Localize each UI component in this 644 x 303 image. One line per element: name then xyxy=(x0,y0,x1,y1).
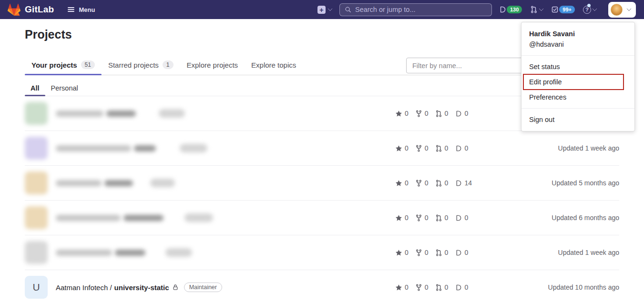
menu-button[interactable]: Menu xyxy=(67,6,95,13)
fork-count: 0 xyxy=(415,249,429,256)
redacted-badge-blob xyxy=(184,213,213,222)
redacted-text-blob xyxy=(115,250,145,256)
menu-item-edit-profile[interactable]: Edit profile xyxy=(521,74,634,90)
merge-request-count: 0 xyxy=(435,283,449,291)
tab-your-projects[interactable]: Your projects 51 xyxy=(25,54,102,75)
issues-icon xyxy=(455,249,462,256)
stat-value: 0 xyxy=(405,110,409,117)
merge-request-icon xyxy=(530,6,538,13)
stat-value: 0 xyxy=(445,110,449,117)
merge-requests-button[interactable] xyxy=(529,4,544,15)
project-name: university-static xyxy=(114,283,169,292)
menu-item-set-status[interactable]: Set status xyxy=(521,59,634,74)
stat-value: 0 xyxy=(464,214,468,222)
merge-request-count: 0 xyxy=(435,214,449,222)
redacted-badge-blob xyxy=(159,109,185,118)
stat-value: 0 xyxy=(425,179,429,187)
search-input[interactable] xyxy=(355,6,487,13)
merge-request-count: 0 xyxy=(435,249,449,256)
redacted-text-blob xyxy=(106,111,136,117)
merge-request-count: 0 xyxy=(435,144,449,152)
fork-icon xyxy=(415,110,422,117)
stat-value: 0 xyxy=(464,249,468,256)
user-avatar-button[interactable] xyxy=(608,2,636,18)
merge-request-count: 0 xyxy=(435,110,449,117)
star-icon xyxy=(395,214,402,222)
redacted-text-blob xyxy=(56,250,112,256)
search-icon xyxy=(345,6,351,13)
project-avatar xyxy=(25,206,48,229)
chevron-down-icon xyxy=(539,7,544,11)
stat-value: 0 xyxy=(425,214,429,222)
top-navbar: GitLab Menu 130 99+ xyxy=(0,0,644,19)
dropdown-divider xyxy=(521,108,634,109)
stat-value: 0 xyxy=(425,249,429,256)
redacted-badge-blob xyxy=(165,248,192,257)
user-avatar xyxy=(611,4,623,16)
redacted-text-blob xyxy=(134,145,156,152)
menu-item-preferences[interactable]: Preferences xyxy=(521,90,634,105)
project-row[interactable]: 0 0 0 0 Updated 1 week ago xyxy=(25,131,619,166)
tab-label: Your projects xyxy=(31,61,77,69)
user-dropdown-menu: Hardik Savani @hdsavani Set status Edit … xyxy=(521,22,635,131)
star-count: 0 xyxy=(395,179,409,187)
issues-icon xyxy=(499,6,506,13)
subtab-all[interactable]: All xyxy=(25,80,45,96)
fork-count: 0 xyxy=(415,283,429,291)
navbar-icon-group: 130 99+ xyxy=(498,2,636,18)
gitlab-projects-screen: GitLab Menu 130 99+ xyxy=(0,0,644,303)
project-avatar: U xyxy=(25,276,48,299)
updated-timestamp: Updated 1 week ago xyxy=(476,144,619,152)
dropdown-divider xyxy=(521,55,634,56)
chevron-down-icon xyxy=(328,7,333,11)
tab-explore-topics[interactable]: Explore topics xyxy=(245,54,303,75)
menu-item-sign-out[interactable]: Sign out xyxy=(521,112,634,127)
stat-value: 0 xyxy=(425,144,429,152)
redacted-text-blob xyxy=(104,180,133,186)
project-row[interactable]: U Aatman Infotech / university-static Ma… xyxy=(25,270,619,303)
todos-button[interactable]: 99+ xyxy=(550,4,576,15)
global-search[interactable] xyxy=(339,3,492,16)
project-namespace: Aatman Infotech / xyxy=(56,283,112,292)
redacted-text-blob xyxy=(56,145,131,152)
project-row[interactable]: 0 0 0 0 Updated 1 week ago xyxy=(25,235,619,270)
project-avatar xyxy=(25,241,48,264)
chevron-down-icon xyxy=(593,7,597,11)
new-item-button[interactable] xyxy=(317,6,332,14)
project-name-link[interactable]: Aatman Infotech / university-static xyxy=(56,283,169,292)
issue-count: 0 xyxy=(455,144,468,152)
star-icon xyxy=(395,110,402,117)
project-row[interactable]: 0 0 0 14 Updated 5 months ago xyxy=(25,166,619,201)
tab-count-badge: 1 xyxy=(163,61,174,69)
stat-value: 14 xyxy=(464,179,472,187)
gitlab-logo[interactable]: GitLab xyxy=(8,3,54,16)
help-button[interactable] xyxy=(582,4,597,16)
project-row[interactable]: 0 0 0 0 Updated 6 months ago xyxy=(25,201,619,235)
issues-icon xyxy=(455,110,462,117)
stat-value: 0 xyxy=(405,179,409,187)
stat-value: 0 xyxy=(405,283,409,291)
role-badge: Maintainer xyxy=(184,283,222,292)
stat-value: 0 xyxy=(464,110,468,117)
stat-value: 0 xyxy=(445,283,449,291)
stat-value: 0 xyxy=(445,144,449,152)
issues-icon xyxy=(455,145,462,152)
user-dropdown-header: Hardik Savani @hdsavani xyxy=(521,25,634,54)
tab-explore-projects[interactable]: Explore projects xyxy=(180,54,245,75)
merge-request-icon xyxy=(435,110,442,117)
fork-count: 0 xyxy=(415,144,429,152)
star-count: 0 xyxy=(395,249,409,256)
subtab-personal[interactable]: Personal xyxy=(45,80,84,96)
issue-count: 0 xyxy=(455,110,468,117)
project-stats: 0 0 0 0 xyxy=(395,214,476,222)
tab-starred-projects[interactable]: Starred projects 1 xyxy=(102,54,180,75)
star-count: 0 xyxy=(395,144,409,152)
redacted-text-blob xyxy=(56,215,121,221)
stat-value: 0 xyxy=(445,214,449,222)
merge-request-icon xyxy=(435,284,442,291)
issues-button[interactable]: 130 xyxy=(498,4,523,15)
gitlab-tanuki-icon xyxy=(8,3,20,16)
stat-value: 0 xyxy=(405,249,409,256)
merge-request-icon xyxy=(435,249,442,256)
redacted-project-name xyxy=(56,213,395,222)
